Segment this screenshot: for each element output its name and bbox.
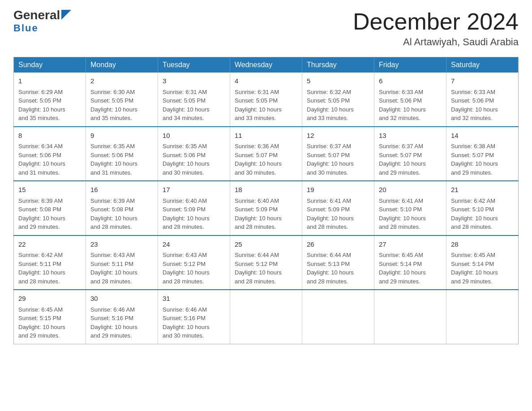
day-info: Sunrise: 6:41 AMSunset: 5:10 PMDaylight:…	[379, 197, 426, 231]
day-number: 30	[90, 294, 153, 304]
day-info: Sunrise: 6:31 AMSunset: 5:05 PMDaylight:…	[235, 89, 282, 122]
day-number: 14	[451, 131, 514, 141]
day-info: Sunrise: 6:41 AMSunset: 5:09 PMDaylight:…	[307, 197, 354, 231]
day-number: 25	[235, 240, 297, 250]
table-row: 3 Sunrise: 6:31 AMSunset: 5:05 PMDayligh…	[158, 73, 230, 127]
day-number: 12	[307, 131, 369, 141]
day-info: Sunrise: 6:32 AMSunset: 5:05 PMDaylight:…	[307, 89, 354, 122]
day-info: Sunrise: 6:40 AMSunset: 5:09 PMDaylight:…	[163, 197, 210, 231]
table-row: 23 Sunrise: 6:43 AMSunset: 5:11 PMDaylig…	[86, 235, 158, 290]
col-monday: Monday	[86, 57, 158, 73]
day-number: 27	[379, 240, 442, 250]
table-row: 25 Sunrise: 6:44 AMSunset: 5:12 PMDaylig…	[230, 235, 302, 290]
col-thursday: Thursday	[302, 57, 374, 73]
day-number: 21	[451, 185, 514, 195]
day-info: Sunrise: 6:36 AMSunset: 5:07 PMDaylight:…	[235, 143, 282, 176]
table-row: 31 Sunrise: 6:46 AMSunset: 5:16 PMDaylig…	[158, 290, 230, 344]
table-row: 22 Sunrise: 6:42 AMSunset: 5:11 PMDaylig…	[14, 235, 86, 290]
table-row: 29 Sunrise: 6:45 AMSunset: 5:15 PMDaylig…	[14, 290, 86, 344]
day-number: 26	[307, 240, 369, 250]
day-number: 6	[379, 76, 442, 86]
table-row: 13 Sunrise: 6:37 AMSunset: 5:07 PMDaylig…	[374, 127, 446, 181]
day-number: 18	[235, 185, 297, 195]
day-info: Sunrise: 6:44 AMSunset: 5:12 PMDaylight:…	[235, 252, 282, 285]
table-row: 4 Sunrise: 6:31 AMSunset: 5:05 PMDayligh…	[230, 73, 302, 127]
table-row: 7 Sunrise: 6:33 AMSunset: 5:06 PMDayligh…	[446, 73, 519, 127]
day-info: Sunrise: 6:43 AMSunset: 5:11 PMDaylight:…	[90, 252, 137, 285]
day-number: 7	[451, 76, 514, 86]
day-info: Sunrise: 6:42 AMSunset: 5:10 PMDaylight:…	[451, 197, 498, 231]
day-number: 17	[163, 185, 225, 195]
day-number: 8	[18, 131, 81, 141]
day-info: Sunrise: 6:37 AMSunset: 5:07 PMDaylight:…	[379, 143, 426, 176]
table-row	[230, 290, 302, 344]
col-wednesday: Wednesday	[230, 57, 302, 73]
logo: General Blue	[13, 9, 71, 34]
day-info: Sunrise: 6:46 AMSunset: 5:16 PMDaylight:…	[163, 306, 210, 339]
table-row: 26 Sunrise: 6:44 AMSunset: 5:13 PMDaylig…	[302, 235, 374, 290]
month-title: December 2024	[353, 9, 519, 34]
day-info: Sunrise: 6:33 AMSunset: 5:06 PMDaylight:…	[379, 89, 426, 122]
table-row: 14 Sunrise: 6:38 AMSunset: 5:07 PMDaylig…	[446, 127, 519, 181]
table-row: 18 Sunrise: 6:40 AMSunset: 5:09 PMDaylig…	[230, 181, 302, 235]
table-row: 27 Sunrise: 6:45 AMSunset: 5:14 PMDaylig…	[374, 235, 446, 290]
table-row: 15 Sunrise: 6:39 AMSunset: 5:08 PMDaylig…	[14, 181, 86, 235]
table-row: 9 Sunrise: 6:35 AMSunset: 5:06 PMDayligh…	[86, 127, 158, 181]
day-info: Sunrise: 6:31 AMSunset: 5:05 PMDaylight:…	[163, 89, 210, 122]
table-row: 16 Sunrise: 6:39 AMSunset: 5:08 PMDaylig…	[86, 181, 158, 235]
svg-marker-0	[61, 10, 71, 20]
day-info: Sunrise: 6:46 AMSunset: 5:16 PMDaylight:…	[90, 306, 137, 339]
day-number: 10	[163, 131, 225, 141]
page-header: General Blue December 2024 Al Artawiyah,…	[13, 9, 519, 48]
table-row: 6 Sunrise: 6:33 AMSunset: 5:06 PMDayligh…	[374, 73, 446, 127]
day-info: Sunrise: 6:29 AMSunset: 5:05 PMDaylight:…	[18, 89, 65, 122]
day-number: 28	[451, 240, 514, 250]
calendar-week-2: 8 Sunrise: 6:34 AMSunset: 5:06 PMDayligh…	[14, 127, 519, 181]
day-number: 16	[90, 185, 153, 195]
col-sunday: Sunday	[14, 57, 86, 73]
day-info: Sunrise: 6:45 AMSunset: 5:14 PMDaylight:…	[451, 252, 498, 285]
table-row: 2 Sunrise: 6:30 AMSunset: 5:05 PMDayligh…	[86, 73, 158, 127]
table-row: 12 Sunrise: 6:37 AMSunset: 5:07 PMDaylig…	[302, 127, 374, 181]
day-number: 1	[18, 76, 81, 86]
day-info: Sunrise: 6:30 AMSunset: 5:05 PMDaylight:…	[90, 89, 137, 122]
table-row: 10 Sunrise: 6:35 AMSunset: 5:06 PMDaylig…	[158, 127, 230, 181]
day-number: 13	[379, 131, 442, 141]
day-info: Sunrise: 6:43 AMSunset: 5:12 PMDaylight:…	[163, 252, 210, 285]
table-row: 8 Sunrise: 6:34 AMSunset: 5:06 PMDayligh…	[14, 127, 86, 181]
day-number: 4	[235, 76, 297, 86]
day-info: Sunrise: 6:39 AMSunset: 5:08 PMDaylight:…	[90, 197, 137, 231]
day-info: Sunrise: 6:42 AMSunset: 5:11 PMDaylight:…	[18, 252, 65, 285]
day-number: 29	[18, 294, 81, 304]
day-number: 15	[18, 185, 81, 195]
table-row: 11 Sunrise: 6:36 AMSunset: 5:07 PMDaylig…	[230, 127, 302, 181]
table-row	[446, 290, 519, 344]
table-row	[374, 290, 446, 344]
day-info: Sunrise: 6:45 AMSunset: 5:15 PMDaylight:…	[18, 306, 65, 339]
table-row: 30 Sunrise: 6:46 AMSunset: 5:16 PMDaylig…	[86, 290, 158, 344]
day-number: 24	[163, 240, 225, 250]
day-info: Sunrise: 6:45 AMSunset: 5:14 PMDaylight:…	[379, 252, 426, 285]
table-row: 1 Sunrise: 6:29 AMSunset: 5:05 PMDayligh…	[14, 73, 86, 127]
logo-general: General	[13, 9, 60, 21]
day-info: Sunrise: 6:40 AMSunset: 5:09 PMDaylight:…	[235, 197, 282, 231]
table-row: 24 Sunrise: 6:43 AMSunset: 5:12 PMDaylig…	[158, 235, 230, 290]
calendar-week-1: 1 Sunrise: 6:29 AMSunset: 5:05 PMDayligh…	[14, 73, 519, 127]
day-info: Sunrise: 6:39 AMSunset: 5:08 PMDaylight:…	[18, 197, 65, 231]
col-tuesday: Tuesday	[158, 57, 230, 73]
col-friday: Friday	[374, 57, 446, 73]
table-row: 17 Sunrise: 6:40 AMSunset: 5:09 PMDaylig…	[158, 181, 230, 235]
day-number: 2	[90, 76, 153, 86]
calendar-week-4: 22 Sunrise: 6:42 AMSunset: 5:11 PMDaylig…	[14, 235, 519, 290]
day-number: 19	[307, 185, 369, 195]
day-number: 20	[379, 185, 442, 195]
calendar-week-5: 29 Sunrise: 6:45 AMSunset: 5:15 PMDaylig…	[14, 290, 519, 344]
location-title: Al Artawiyah, Saudi Arabia	[353, 36, 519, 48]
day-info: Sunrise: 6:44 AMSunset: 5:13 PMDaylight:…	[307, 252, 354, 285]
table-row: 21 Sunrise: 6:42 AMSunset: 5:10 PMDaylig…	[446, 181, 519, 235]
day-number: 31	[163, 294, 225, 304]
day-number: 22	[18, 240, 81, 250]
logo-blue: Blue	[13, 22, 39, 34]
table-row	[302, 290, 374, 344]
col-saturday: Saturday	[446, 57, 519, 73]
